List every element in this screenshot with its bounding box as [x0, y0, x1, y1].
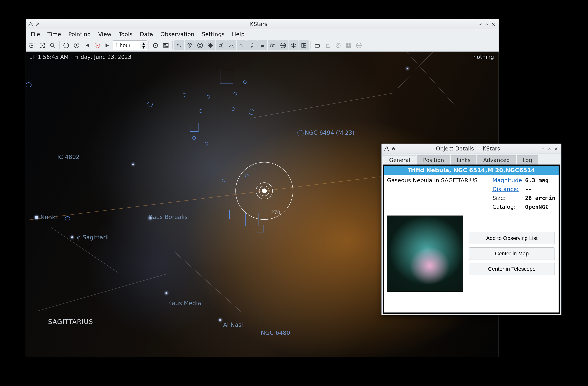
toggle-supernovae-icon[interactable]	[205, 41, 215, 50]
svg-point-16	[190, 43, 191, 45]
toggle-solar-system-icon[interactable]	[195, 41, 205, 50]
details-close-button[interactable]	[553, 146, 559, 152]
toggle-milky-way-icon[interactable]	[268, 41, 278, 50]
label-phi-sgr[interactable]: φ Sagittarii	[77, 234, 109, 241]
toggle-const-names-icon[interactable]: Ori	[237, 41, 247, 50]
object-marker[interactable]	[65, 216, 70, 221]
menu-view[interactable]: View	[95, 30, 115, 39]
object-details-dialog[interactable]: Object Details — KStars General Position…	[381, 144, 562, 315]
ekos-icon[interactable]	[312, 41, 322, 50]
label-nunki[interactable]: Nunki	[40, 214, 57, 221]
toggle-eq-grid-icon[interactable]	[278, 41, 288, 50]
magnitude-label[interactable]: Magnitude:	[492, 177, 525, 184]
object-selected[interactable]	[259, 186, 270, 196]
time-step-input[interactable]	[113, 41, 140, 50]
center-in-telescope-button[interactable]: Center in Telescope	[469, 263, 555, 275]
maximize-button[interactable]	[483, 21, 490, 27]
bright-star[interactable]	[132, 164, 134, 165]
deep-sky-marker[interactable]	[229, 210, 238, 219]
collapse-icon[interactable]	[391, 146, 396, 151]
tab-position[interactable]: Position	[417, 155, 450, 165]
set-time-icon[interactable]	[61, 41, 71, 50]
zoom-in-icon[interactable]	[27, 41, 37, 50]
toggle-satellites-icon[interactable]	[216, 41, 226, 50]
time-step-down[interactable]: ▼	[140, 45, 147, 49]
toggle-ground-icon[interactable]	[299, 41, 309, 50]
target-icon[interactable]	[150, 41, 160, 50]
rewind-icon[interactable]	[82, 41, 92, 50]
main-titlebar[interactable]: KStars	[26, 19, 499, 29]
distance-label[interactable]: Distance:	[492, 186, 525, 193]
object-marker[interactable]	[222, 179, 225, 182]
object-marker[interactable]	[297, 130, 304, 136]
toggle-const-lines-icon[interactable]	[226, 41, 236, 50]
close-button[interactable]	[490, 21, 497, 27]
deep-sky-marker[interactable]	[227, 198, 236, 208]
zoom-out-icon[interactable]	[37, 41, 47, 50]
guide-icon	[333, 41, 343, 50]
object-marker[interactable]	[192, 136, 196, 140]
menu-pointing[interactable]: Pointing	[65, 30, 94, 39]
object-thumbnail[interactable]	[387, 215, 463, 292]
deep-sky-marker[interactable]	[190, 123, 198, 132]
label-ngc6480[interactable]: NGC 6480	[261, 329, 290, 336]
object-marker[interactable]	[205, 142, 208, 146]
time-step-field[interactable]: ▲ ▼	[113, 41, 147, 50]
toggle-const-bound-icon[interactable]	[247, 41, 257, 50]
image-icon[interactable]	[161, 41, 171, 50]
bright-star[interactable]	[35, 216, 38, 219]
label-kaus-borealis[interactable]: Kaus Borealis	[149, 214, 188, 220]
object-marker[interactable]	[199, 109, 202, 113]
toggle-horiz-grid-icon[interactable]	[289, 41, 298, 50]
object-marker[interactable]	[147, 102, 153, 107]
tab-general[interactable]: General	[383, 155, 416, 165]
collapse-icon[interactable]	[35, 21, 40, 27]
details-titlebar[interactable]: Object Details — KStars	[382, 144, 561, 154]
minimize-button[interactable]	[477, 21, 483, 27]
menu-help[interactable]: Help	[228, 30, 248, 39]
stop-clock-icon[interactable]	[92, 41, 102, 50]
deep-sky-marker[interactable]	[220, 69, 233, 84]
label-ic4802[interactable]: IC 4802	[57, 153, 80, 160]
menu-time[interactable]: Time	[44, 30, 65, 39]
toggle-stars-icon[interactable]	[174, 41, 184, 50]
add-observing-list-button[interactable]: Add to Observing List	[469, 232, 555, 244]
bright-star[interactable]	[407, 68, 408, 69]
svg-rect-26	[302, 43, 304, 47]
size-label: Size:	[492, 195, 525, 201]
details-minimize-button[interactable]	[540, 146, 546, 152]
label-kaus-media[interactable]: Kaus Media	[168, 300, 201, 306]
object-marker[interactable]	[233, 92, 237, 95]
toggle-const-art-icon[interactable]	[257, 41, 267, 50]
tab-log[interactable]: Log	[517, 155, 538, 165]
tab-advanced[interactable]: Advanced	[477, 155, 516, 165]
object-marker[interactable]	[183, 93, 186, 97]
details-maximize-button[interactable]	[546, 146, 553, 152]
menu-observation[interactable]: Observation	[157, 30, 198, 39]
bright-star[interactable]	[71, 236, 73, 238]
bright-star[interactable]	[166, 292, 167, 294]
object-marker[interactable]	[207, 95, 210, 99]
tab-links[interactable]: Links	[451, 155, 476, 165]
object-marker[interactable]	[26, 82, 32, 87]
label-ngc6494[interactable]: NGC 6494 (M 23)	[305, 129, 355, 136]
find-icon[interactable]	[48, 41, 58, 50]
center-in-map-button[interactable]: Center in Map	[469, 247, 555, 260]
app-icon	[383, 146, 389, 152]
object-marker[interactable]	[243, 80, 247, 84]
svg-point-0	[32, 22, 33, 23]
label-al-nasl[interactable]: Al Nasl	[223, 321, 243, 328]
menu-settings[interactable]: Settings	[198, 30, 228, 39]
bright-star[interactable]	[219, 319, 221, 321]
toggle-deep-sky-icon[interactable]	[185, 41, 195, 50]
menu-data[interactable]: Data	[136, 30, 157, 39]
object-marker[interactable]	[231, 107, 235, 111]
forward-icon[interactable]	[103, 41, 113, 50]
deep-sky-marker[interactable]	[257, 225, 264, 233]
menu-file[interactable]: File	[27, 30, 44, 39]
menu-tools[interactable]: Tools	[115, 30, 136, 39]
clock-icon[interactable]	[72, 41, 82, 50]
object-marker[interactable]	[249, 109, 254, 115]
time-step-up[interactable]: ▲	[140, 42, 147, 45]
ecliptic-degree: 270	[271, 210, 280, 215]
